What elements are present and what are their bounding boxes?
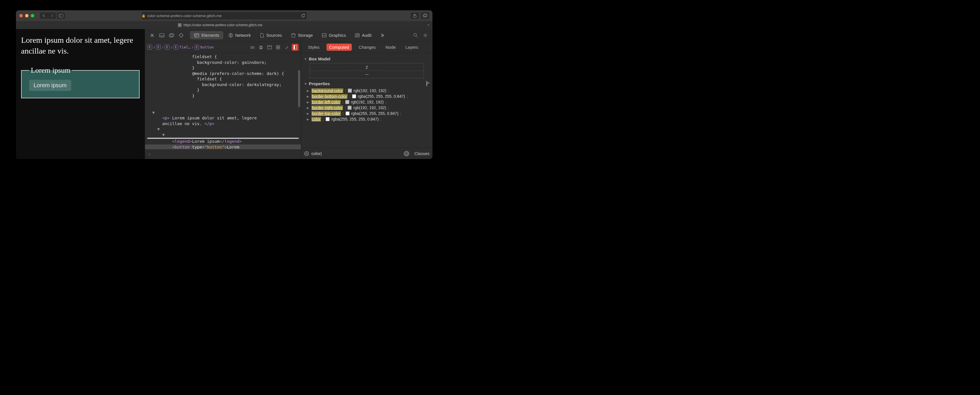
scrollbar-thumb[interactable] [298, 70, 300, 107]
sidebar-toggle-button[interactable] [57, 13, 65, 19]
computed-property-row[interactable]: ▶border-top-color: rgba(255, 255, 255, 0… [307, 111, 427, 116]
lock-icon: 🔒 [142, 14, 146, 18]
layout-icon[interactable] [266, 44, 273, 51]
page-button[interactable]: Lorem ipsum [29, 80, 71, 91]
dom-line[interactable]: } [145, 93, 301, 99]
styles-panel: Styles Computed Changes Node Layers ▼ Bo… [301, 41, 433, 159]
share-button[interactable] [411, 13, 419, 19]
dom-line[interactable]: <p> Lorem ipsum dolor sit amet, legere [145, 115, 301, 121]
crumb-item[interactable]: E [165, 45, 170, 49]
filter-input[interactable]: color [311, 151, 401, 156]
computed-property-row[interactable]: ▶background-color: rgb(192, 192, 192); [307, 88, 427, 94]
tabs-overview-button[interactable] [421, 13, 429, 19]
dom-line[interactable] [145, 99, 301, 105]
svg-rect-33 [276, 46, 278, 47]
url-text: color-scheme-prefers-color-scheme.glitch… [147, 14, 222, 18]
svg-rect-29 [260, 46, 262, 47]
new-tab-button[interactable]: + [425, 21, 433, 29]
devtools-toolbar: Elements Network Sources Storage Graphic… [145, 29, 433, 41]
forward-button[interactable] [48, 13, 56, 19]
close-devtools-icon[interactable] [148, 31, 156, 40]
clear-filter-button[interactable]: ✕ [404, 151, 409, 156]
svg-rect-14 [194, 33, 199, 37]
minimize-window-button[interactable] [25, 14, 29, 18]
tab-changes[interactable]: Changes [356, 44, 379, 51]
ruler-icon[interactable] [249, 44, 256, 51]
browser-tab[interactable]: C https://color-scheme-prefers-color-sch… [16, 21, 425, 29]
computed-property-row[interactable]: ▶border-right-color: rgb(192, 192, 192); [307, 105, 427, 111]
dom-line[interactable]: } [145, 65, 301, 71]
dock-detach-icon[interactable] [167, 31, 176, 40]
dom-line[interactable]: fieldset { [145, 76, 301, 82]
console-drawer[interactable]: › [145, 149, 301, 159]
dom-line[interactable]: ▼ [145, 110, 301, 116]
svg-rect-19 [322, 33, 326, 37]
dom-line[interactable]: fieldset { [145, 54, 301, 60]
compositing-borders-icon[interactable] [292, 44, 299, 51]
back-button[interactable] [40, 13, 48, 19]
svg-line-22 [416, 36, 418, 37]
dom-line[interactable] [145, 104, 301, 110]
dom-line[interactable]: background-color: darkslategray; [145, 82, 301, 88]
tab-audit[interactable]: Audit [351, 31, 375, 39]
dock-bottom-icon[interactable] [158, 31, 166, 40]
reload-icon[interactable] [301, 14, 305, 18]
crumb-item[interactable]: Efiel… [173, 45, 191, 49]
box-model-diagram[interactable]: 2 — [310, 63, 424, 78]
dom-line[interactable]: ▼ [145, 127, 301, 132]
dom-breadcrumb: E› E› E› Efiel…› Ebutton [145, 41, 301, 53]
svg-rect-0 [59, 14, 63, 18]
close-window-button[interactable] [19, 14, 23, 18]
search-icon[interactable] [411, 31, 420, 40]
tab-node[interactable]: Node [383, 44, 399, 51]
tab-elements[interactable]: Elements [190, 31, 223, 39]
dom-line[interactable]: } [145, 88, 301, 93]
paintbrush-icon[interactable] [283, 44, 290, 51]
filter-options-icon[interactable] [426, 81, 427, 86]
tab-styles[interactable]: Styles [305, 44, 323, 51]
dom-line[interactable]: @media (prefers-color-scheme: dark) { [145, 71, 301, 76]
page-fieldset: Lorem ipsum Lorem ipsum [21, 66, 140, 98]
tab-storage[interactable]: Storage [287, 31, 317, 39]
settings-gear-icon[interactable] [421, 31, 430, 40]
elements-icon [194, 33, 199, 37]
svg-point-21 [414, 33, 417, 36]
tab-layers[interactable]: Layers [402, 44, 421, 51]
storage-icon [291, 33, 296, 38]
computed-properties-list: ▶background-color: rgb(192, 192, 192);▶b… [304, 87, 430, 124]
graphics-icon [322, 33, 326, 37]
dom-line[interactable]: background-color: gainsboro; [145, 60, 301, 65]
print-styles-icon[interactable] [258, 44, 264, 51]
inspect-element-icon[interactable] [177, 31, 185, 40]
crumb-item[interactable]: E [147, 45, 152, 49]
dom-tree[interactable]: fieldset { background-color: gainsboro; … [145, 53, 301, 149]
computed-property-row[interactable]: ▶color: rgba(255, 255, 255, 0.847); [307, 116, 427, 122]
dom-line[interactable]: <button type="button">Lorem [145, 145, 301, 149]
crumb-item[interactable]: E [156, 45, 161, 49]
classes-toggle[interactable]: Classes [412, 151, 430, 156]
dom-line[interactable]: ▼ [145, 132, 301, 139]
disclosure-triangle-icon: ▼ [304, 82, 307, 86]
more-tabs-icon[interactable] [378, 31, 386, 40]
favicon-icon: C [178, 23, 182, 27]
computed-property-row[interactable]: ▶border-left-color: rgb(192, 192, 192); [307, 99, 427, 105]
dom-line[interactable]: <legend>Lorem ipsum</legend> [145, 139, 301, 145]
box-model-section[interactable]: ▼ Box Model [304, 56, 430, 61]
properties-section[interactable]: ▼ Properties [304, 81, 430, 86]
tab-network[interactable]: Network [224, 31, 255, 39]
window-controls [19, 14, 34, 18]
console-prompt-icon: › [148, 151, 151, 157]
dom-line[interactable]: ancillae ne vis. </p> [145, 121, 301, 127]
devtools: Elements Network Sources Storage Graphic… [145, 29, 433, 159]
address-bar[interactable]: 🔒 color-scheme-prefers-color-scheme.glit… [142, 12, 307, 19]
svg-rect-35 [276, 48, 278, 49]
tab-computed[interactable]: Computed [326, 44, 352, 51]
grid-icon[interactable] [275, 44, 282, 51]
tab-graphics[interactable]: Graphics [318, 31, 350, 39]
zoom-window-button[interactable] [31, 14, 34, 18]
crumb-item[interactable]: Ebutton [194, 45, 214, 49]
computed-property-row[interactable]: ▶border-bottom-color: rgba(255, 255, 255… [307, 94, 427, 99]
styles-tabbar: Styles Computed Changes Node Layers [301, 41, 433, 53]
svg-rect-36 [278, 48, 280, 49]
tab-sources[interactable]: Sources [256, 31, 286, 39]
